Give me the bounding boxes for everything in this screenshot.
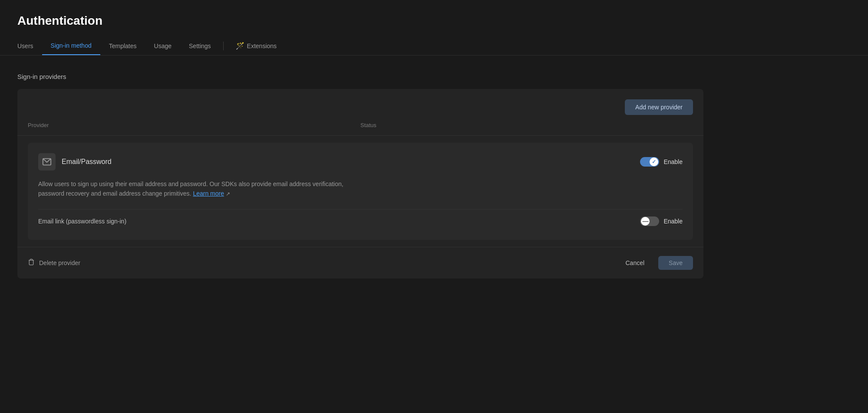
provider-description: Allow users to sign up using their email… — [38, 179, 364, 199]
page-title: Authentication — [0, 0, 868, 28]
section-title: Sign-in providers — [17, 73, 851, 80]
providers-panel: Add new provider Provider Status — [17, 89, 703, 279]
email-password-provider-row: Email/Password ✓ Enable Allow users to s… — [28, 143, 693, 240]
email-password-enable-label: Enable — [663, 158, 683, 165]
tab-usage[interactable]: Usage — [145, 37, 180, 55]
provider-footer: Delete provider Cancel Save — [17, 247, 703, 279]
tab-divider — [223, 42, 224, 50]
email-password-label: Email/Password — [62, 158, 112, 166]
tab-extensions[interactable]: 🪄 Extensions — [227, 36, 285, 55]
email-link-status: — Enable — [640, 216, 683, 226]
extensions-icon: 🪄 — [236, 42, 244, 50]
trash-icon — [28, 259, 35, 267]
email-link-toggle[interactable]: — — [640, 216, 659, 226]
tab-settings[interactable]: Settings — [180, 37, 220, 55]
tab-templates[interactable]: Templates — [100, 37, 145, 55]
email-link-label: Email link (passwordless sign-in) — [38, 218, 126, 225]
cancel-button[interactable]: Cancel — [618, 256, 651, 270]
email-password-toggle[interactable]: ✓ — [640, 157, 659, 167]
provider-main-info: Email/Password ✓ Enable — [38, 153, 683, 170]
status-column-header: Status — [360, 122, 693, 128]
table-header: Provider Status — [17, 115, 703, 136]
email-icon — [38, 153, 56, 170]
tab-sign-in-method[interactable]: Sign-in method — [42, 37, 100, 55]
check-mark: ✓ — [652, 159, 656, 165]
toggle-dash-icon: — — [641, 217, 650, 226]
learn-more-link[interactable]: Learn more — [193, 190, 224, 197]
add-provider-button[interactable]: Add new provider — [625, 99, 693, 115]
email-link-enable-label: Enable — [663, 218, 683, 225]
tab-users[interactable]: Users — [17, 37, 42, 55]
save-button[interactable]: Save — [658, 256, 693, 270]
providers-panel-header: Add new provider — [17, 89, 703, 115]
footer-actions: Cancel Save — [618, 256, 693, 270]
toggle-check-icon: ✓ — [650, 157, 658, 166]
tabs-bar: Users Sign-in method Templates Usage Set… — [0, 36, 868, 56]
provider-column-header: Provider — [28, 122, 360, 128]
provider-name-section: Email/Password — [38, 153, 112, 170]
content-area: Sign-in providers Add new provider Provi… — [0, 56, 868, 413]
external-link-icon: ↗ — [226, 191, 230, 197]
email-password-status: ✓ Enable — [640, 157, 683, 167]
email-link-provider-row: Email link (passwordless sign-in) — Enab… — [38, 209, 683, 229]
delete-provider-button[interactable]: Delete provider — [28, 259, 80, 267]
dash-mark: — — [642, 218, 648, 224]
page-container: Authentication Users Sign-in method Temp… — [0, 0, 868, 413]
